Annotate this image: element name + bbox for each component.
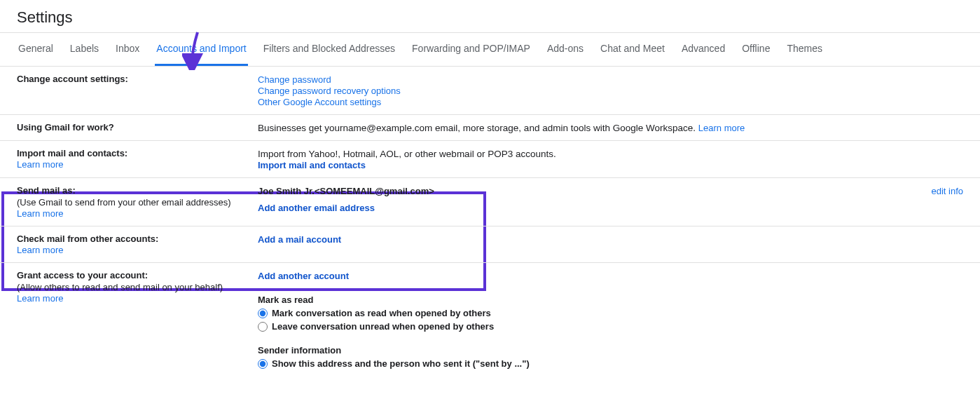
section-import: Import mail and contacts: Learn more Imp… xyxy=(0,141,980,178)
check-mail-label: Check mail from other accounts: xyxy=(17,234,258,244)
tab-addons[interactable]: Add-ons xyxy=(546,33,585,66)
tab-labels[interactable]: Labels xyxy=(69,33,100,66)
grant-sub: (Allow others to read and send mail on y… xyxy=(17,282,258,292)
sender-info-heading: Sender information xyxy=(258,345,341,356)
leave-unread-radio[interactable] xyxy=(258,322,268,332)
section-change-account: Change account settings: Change password… xyxy=(0,67,980,115)
change-recovery-link[interactable]: Change password recovery options xyxy=(258,86,401,96)
check-mail-learn-more-link[interactable]: Learn more xyxy=(17,245,63,255)
section-grant-access: Grant access to your account: (Allow oth… xyxy=(0,263,980,376)
other-google-settings-link[interactable]: Other Google Account settings xyxy=(258,97,381,107)
import-text: Import from Yahoo!, Hotmail, AOL, or oth… xyxy=(258,149,556,159)
tab-accounts-import[interactable]: Accounts and Import xyxy=(155,33,247,66)
edit-info-link[interactable]: edit info xyxy=(931,186,963,196)
add-email-address-link[interactable]: Add another email address xyxy=(258,203,375,213)
tab-forwarding[interactable]: Forwarding and POP/IMAP xyxy=(410,33,532,66)
work-label: Using Gmail for work? xyxy=(17,122,258,133)
send-as-identity: Joe Smith Jr.<SOMEEMAIL@gmail.com> xyxy=(258,186,434,196)
import-label: Import mail and contacts: xyxy=(17,148,258,158)
section-send-as: Send mail as: (Use Gmail to send from yo… xyxy=(0,178,980,226)
send-as-learn-more-link[interactable]: Learn more xyxy=(17,208,63,219)
grant-learn-more-link[interactable]: Learn more xyxy=(17,293,63,304)
section-check-mail: Check mail from other accounts: Learn mo… xyxy=(0,226,980,263)
tab-offline[interactable]: Offline xyxy=(740,33,771,66)
change-password-link[interactable]: Change password xyxy=(258,74,331,85)
import-mail-contacts-link[interactable]: Import mail and contacts xyxy=(258,160,366,170)
mark-read-opt1: Mark conversation as read when opened by… xyxy=(272,308,491,318)
change-account-label: Change account settings: xyxy=(17,74,258,84)
add-another-account-link[interactable]: Add another account xyxy=(258,271,349,281)
add-mail-account-link[interactable]: Add a mail account xyxy=(258,234,341,245)
tab-themes[interactable]: Themes xyxy=(785,33,824,66)
send-as-label: Send mail as: xyxy=(17,185,258,196)
tab-inbox[interactable]: Inbox xyxy=(114,33,141,66)
tab-chat-meet[interactable]: Chat and Meet xyxy=(599,33,666,66)
section-work: Using Gmail for work? Businesses get you… xyxy=(0,115,980,141)
mark-read-opt2: Leave conversation unread when opened by… xyxy=(272,321,494,332)
tab-filters[interactable]: Filters and Blocked Addresses xyxy=(262,33,396,66)
show-sender-radio[interactable] xyxy=(258,359,268,369)
mark-read-radio[interactable] xyxy=(258,309,268,318)
send-as-sub: (Use Gmail to send from your other email… xyxy=(17,197,258,208)
mark-read-heading: Mark as read xyxy=(258,295,314,305)
grant-label: Grant access to your account: xyxy=(17,270,258,280)
tab-advanced[interactable]: Advanced xyxy=(680,33,726,66)
work-learn-more-link[interactable]: Learn more xyxy=(698,123,745,133)
tab-general[interactable]: General xyxy=(17,33,55,66)
work-text: Businesses get yourname@example.com emai… xyxy=(258,123,698,133)
sender-opt1: Show this address and the person who sen… xyxy=(272,358,530,369)
page-title: Settings xyxy=(0,0,980,32)
import-learn-more-link[interactable]: Learn more xyxy=(17,159,63,170)
settings-tabs: General Labels Inbox Accounts and Import… xyxy=(0,32,980,67)
